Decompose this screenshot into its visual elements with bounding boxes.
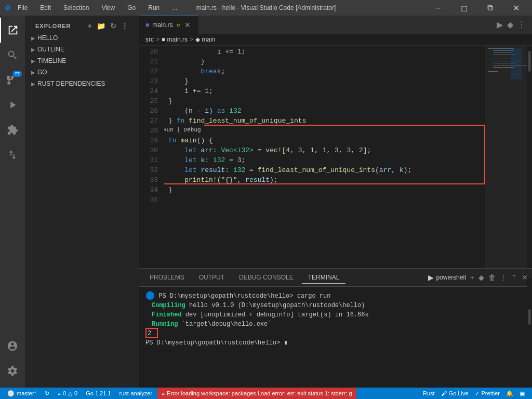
split-editor-icon[interactable]: ◆ [507,20,513,30]
code-line-23: } [168,76,485,86]
tab-terminal[interactable]: TERMINAL [302,272,346,284]
error-text: Error loading workspace: packages.Load e… [167,390,352,396]
sync-icon: ↻ [45,390,49,397]
split-terminal-icon[interactable]: ◆ [478,273,484,282]
breadcrumb-sep2: > [190,36,193,43]
activity-item-explorer[interactable] [0,18,25,43]
code-line-25: } [168,96,485,106]
bell-icon: 🔔 [506,390,513,397]
status-error-message[interactable]: ⨲ Error loading workspace: packages.Load… [157,388,356,399]
sidebar-section-go[interactable]: ▶ GO [25,66,139,78]
new-terminal-icon[interactable]: + [470,273,474,282]
status-go-live[interactable]: 🖌 Go Live [438,390,472,397]
minimap [485,46,527,268]
code-area[interactable]: Run | Debug i += 1; } break; } i += 1; }… [164,46,485,268]
tab-close-button[interactable]: ✕ [183,20,192,30]
window-minimize[interactable]: – [426,0,450,16]
new-file-icon[interactable]: + [88,22,92,30]
activity-item-run[interactable] [0,92,25,117]
window-restore[interactable]: ◻ [452,0,476,16]
branch-icon: ⚪ [7,390,15,397]
status-prettier[interactable]: ✓ Prettier [472,390,503,397]
finished-rest: dev [unoptimized + debuginfo] target(s) … [185,311,369,318]
activity-item-testing[interactable] [0,142,25,167]
code-line-28: 💡 [168,126,485,136]
go-live-label: Go Live [449,390,469,396]
tab-output[interactable]: OUTPUT [193,272,231,283]
more-actions-icon[interactable]: ⋮ [517,20,526,30]
svg-rect-0 [488,48,514,49]
terminal-line-5: PS D:\mysetup\gopath\rustcode\hello> ▮ [145,338,526,348]
sidebar-section-outline[interactable]: ▶ OUTLINE [25,44,139,55]
finished-label: Finished dev [unoptimized + debuginfo] t… [152,311,369,318]
source-control-badge: 77 [12,71,22,77]
terminal-content[interactable]: ⬤ PS D:\mysetup\gopath\rustcode\hello> c… [139,287,532,388]
menu-more[interactable]: ... [170,3,179,12]
status-notifications[interactable]: 🔔 [503,390,516,397]
status-rust-analyzer[interactable]: rust-analyzer [116,390,155,396]
activity-item-extensions[interactable] [0,117,25,142]
code-line-32: let result: i32 = find_least_num_of_uniq… [168,165,485,175]
app: ❖ File Edit Selection View Go Run ... ma… [0,0,532,399]
svg-rect-1 [493,50,514,51]
terminal-cursor: ▮ [284,339,287,347]
status-branch[interactable]: ⚪ master* [4,390,39,397]
sidebar-section-rust-deps[interactable]: ▶ RUST DEPENDENCIES [25,78,139,89]
menu-file[interactable]: File [16,3,30,12]
compiling-bold: Compiling [152,302,185,309]
error-icon: ⨲ [58,390,61,396]
sidebar-section-hello[interactable]: ▶ HELLO [25,32,139,44]
run-icon[interactable]: ▶ [497,20,503,30]
sidebar-label-rust-deps: RUST DEPENDENCIES [37,80,105,87]
status-go[interactable]: Go 1.21.1 [83,390,114,396]
status-language[interactable]: Rust [420,390,438,397]
refresh-icon[interactable]: ↻ [110,22,117,30]
tab-main-rs[interactable]: ■ main.rs M ✕ [139,16,198,34]
terminal-line-4: Running `target\debug\hello.exe` [145,320,526,329]
menu-view[interactable]: View [99,3,117,12]
menu-go[interactable]: Go [125,3,138,12]
activity-item-settings[interactable] [0,358,25,383]
code-line-20: i += 1; [168,47,485,57]
more-terminal-icon[interactable]: ⋮ [500,273,507,282]
new-folder-icon[interactable]: 📁 [97,22,106,30]
activity-item-search[interactable] [0,43,25,68]
finished-bold: Finished [152,311,182,318]
menu-selection[interactable]: Selection [61,3,91,12]
language-label: Rust [423,390,435,396]
terminal-tabs-bar: PROBLEMS OUTPUT DEBUG CONSOLE TERMINAL ▶… [139,269,532,287]
status-sync[interactable]: ↻ [42,390,52,397]
status-errors[interactable]: ⨲ 0 △ 0 [55,390,81,397]
activity-item-source-control[interactable]: 77 [0,68,25,92]
menu-run[interactable]: Run [146,3,162,12]
breadcrumb-file[interactable]: ■ main.rs [162,36,188,43]
collapse-icon[interactable]: ⋮ [121,22,129,30]
editor-scrollbar[interactable] [527,46,532,268]
tabs-bar: ■ main.rs M ✕ ▶ ◆ ⋮ [139,16,532,34]
terminal-line-2: Compiling hello v0.1.0 (D:\mysetup\gopat… [145,301,526,310]
error-count: 0 [63,390,66,396]
breadcrumb-src[interactable]: src [145,36,154,43]
tab-debug-console[interactable]: DEBUG CONSOLE [233,272,300,283]
code-line-31: let k: i32 = 3; [168,155,485,165]
tab-problems[interactable]: PROBLEMS [143,272,191,283]
sidebar-title: Explorer [35,23,71,29]
status-layout[interactable]: ▣ [516,390,528,397]
breadcrumb-symbol[interactable]: ◆ main [195,36,215,43]
activity-item-accounts[interactable] [0,334,25,358]
window-maximize-grid[interactable]: ⧉ [478,0,502,16]
terminal-area: PROBLEMS OUTPUT DEBUG CONSOLE TERMINAL ▶… [139,268,532,388]
sidebar-section-timeline[interactable]: ▶ TIMELINE [25,55,139,66]
warning-count: 0 [74,390,77,396]
tab-modified-indicator: M [177,23,181,28]
menu-edit[interactable]: Edit [38,3,53,12]
kill-terminal-icon[interactable]: 🗑 [488,273,496,282]
terminal-tab-actions: ▶ powershell + ◆ 🗑 ⋮ ⌃ ✕ [428,273,528,282]
sidebar-label-hello: HELLO [37,34,58,42]
go-live-icon: 🖌 [441,390,447,396]
terminal-scrollbar[interactable] [527,278,532,388]
window-close[interactable]: ✕ [504,0,528,16]
sidebar-header: Explorer + 📁 ↻ ⋮ [25,16,139,32]
arrow-icon: ▶ [31,47,35,52]
maximize-terminal-icon[interactable]: ⌃ [511,273,517,282]
